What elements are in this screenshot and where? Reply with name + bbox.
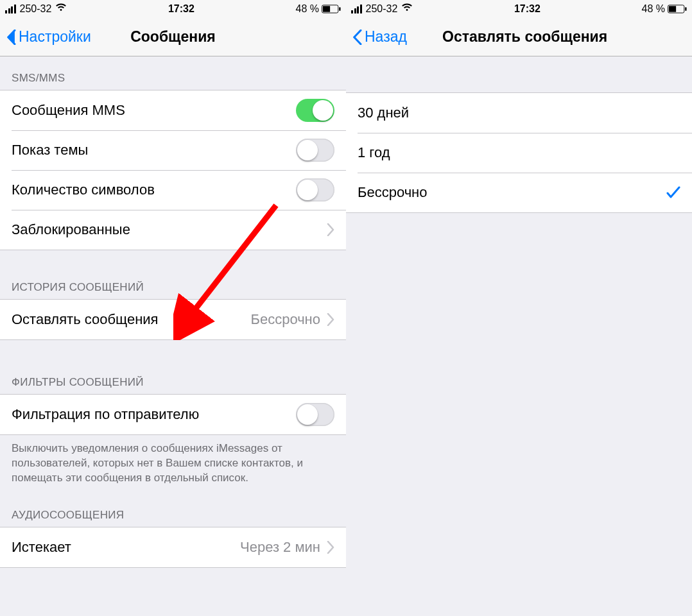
toggle-subject[interactable] — [296, 139, 334, 162]
row-expire[interactable]: Истекает Через 2 мин — [0, 527, 346, 567]
chevron-right-icon — [327, 541, 334, 554]
row-blocked[interactable]: Заблокированные — [0, 210, 346, 250]
row-mms-label: Сообщения MMS — [12, 102, 296, 119]
section-header-history: ИСТОРИЯ СООБЩЕНИЙ — [0, 250, 346, 299]
status-bar: 250-32 17:32 48 % — [346, 0, 692, 18]
option-forever[interactable]: Бессрочно — [346, 173, 692, 212]
option-1-year[interactable]: 1 год — [346, 133, 692, 173]
row-char-count-label: Количество символов — [12, 182, 296, 198]
svg-rect-2 — [339, 7, 340, 11]
svg-rect-7 — [685, 7, 686, 11]
row-mms[interactable]: Сообщения MMS — [0, 90, 346, 130]
section-header-sms: SMS/MMS — [0, 56, 346, 90]
chevron-right-icon — [327, 313, 334, 326]
toggle-filter-unknown[interactable] — [296, 403, 334, 426]
battery-percent: 48 % — [642, 3, 665, 15]
battery-icon — [668, 4, 687, 13]
cell-group-filters: Фильтрация по отправителю — [0, 394, 346, 435]
option-label: 30 дней — [358, 105, 680, 121]
wifi-icon — [55, 3, 67, 15]
row-keep-value: Бессрочно — [250, 311, 320, 328]
toggle-char-count[interactable] — [296, 178, 334, 201]
row-char-count[interactable]: Количество символов — [0, 170, 346, 210]
battery-percent: 48 % — [296, 3, 319, 15]
row-subject-label: Показ темы — [12, 142, 296, 158]
signal-icon — [5, 4, 16, 13]
nav-bar: Настройки Сообщения — [0, 18, 346, 56]
screen-keep-messages: 250-32 17:32 48 % Назад Оставлять сообще… — [346, 0, 692, 616]
checkmark-icon — [666, 186, 680, 199]
row-filter-unknown[interactable]: Фильтрация по отправителю — [0, 395, 346, 434]
chevron-right-icon — [327, 223, 334, 236]
row-keep-messages[interactable]: Оставлять сообщения Бессрочно — [0, 300, 346, 339]
back-label: Настройки — [19, 28, 91, 46]
battery-icon — [322, 4, 341, 13]
chevron-left-icon — [6, 30, 16, 45]
back-button[interactable]: Назад — [346, 28, 407, 46]
nav-bar: Назад Оставлять сообщения — [346, 18, 692, 56]
option-label: 1 год — [358, 144, 680, 161]
carrier-label: 250-32 — [366, 3, 398, 15]
carrier-label: 250-32 — [20, 3, 52, 15]
cell-group-sms: Сообщения MMS Показ темы Количество симв… — [0, 90, 346, 250]
chevron-left-icon — [352, 30, 362, 45]
section-header-filters: ФИЛЬТРЫ СООБЩЕНИЙ — [0, 340, 346, 394]
back-label: Назад — [365, 28, 407, 46]
clock: 17:32 — [514, 3, 541, 15]
svg-rect-1 — [323, 6, 330, 12]
option-label: Бессрочно — [358, 184, 666, 201]
screen-messages-settings: 250-32 17:32 48 % Настройки Сообщения SM… — [0, 0, 346, 616]
toggle-mms[interactable] — [296, 99, 334, 122]
cell-group-history: Оставлять сообщения Бессрочно — [0, 299, 346, 340]
row-expire-label: Истекает — [12, 539, 240, 556]
row-keep-label: Оставлять сообщения — [12, 311, 250, 328]
row-filter-unknown-label: Фильтрация по отправителю — [12, 406, 296, 423]
row-subject[interactable]: Показ темы — [0, 130, 346, 170]
back-button[interactable]: Настройки — [0, 28, 91, 46]
row-expire-value: Через 2 мин — [240, 539, 320, 556]
row-blocked-label: Заблокированные — [12, 221, 327, 238]
section-header-audio: АУДИОСООБЩЕНИЯ — [0, 491, 346, 527]
wifi-icon — [401, 3, 413, 15]
option-30-days[interactable]: 30 дней — [346, 93, 692, 133]
cell-group-options: 30 дней 1 год Бессрочно — [346, 92, 692, 213]
signal-icon — [351, 4, 362, 13]
svg-rect-6 — [669, 6, 676, 12]
section-footer-filters: Выключить уведомления о сообщениях iMess… — [0, 435, 346, 491]
status-bar: 250-32 17:32 48 % — [0, 0, 346, 18]
cell-group-audio: Истекает Через 2 мин — [0, 527, 346, 568]
clock: 17:32 — [168, 3, 195, 15]
